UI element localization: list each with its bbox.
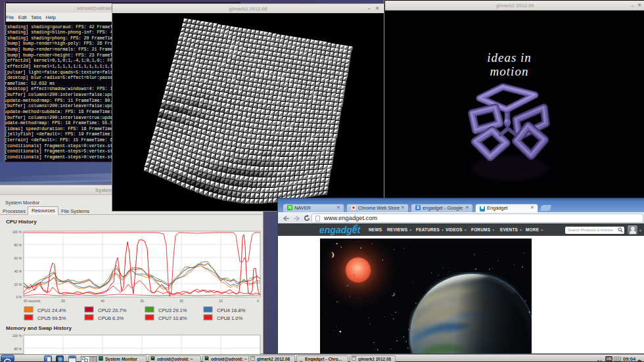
svg-text:CPU8 1.0%: CPU8 1.0% — [217, 315, 243, 321]
svg-text:60 seconds: 60 seconds — [24, 299, 41, 303]
svg-text:30: 30 — [140, 299, 144, 303]
svg-text:0 %: 0 % — [16, 295, 22, 299]
svg-text:40 %: 40 % — [14, 269, 22, 273]
svg-text:CPU6 6.3%: CPU6 6.3% — [98, 315, 124, 321]
svg-text:20 %: 20 % — [14, 283, 22, 286]
svg-text:60 %: 60 % — [14, 256, 22, 260]
svg-text:20: 20 — [179, 299, 183, 303]
svg-text:CPU7 10.8%: CPU7 10.8% — [158, 315, 187, 321]
svg-text:Memory and Swap History: Memory and Swap History — [6, 325, 72, 331]
svg-text:CPU1 24.4%: CPU1 24.4% — [37, 307, 66, 313]
svg-text:10: 10 — [219, 299, 223, 303]
svg-text:CPU2 20.7%: CPU2 20.7% — [98, 307, 127, 313]
svg-text:50: 50 — [61, 299, 65, 303]
svg-text:CPU4 16.8%: CPU4 16.8% — [217, 307, 246, 313]
svg-text:CPU5 99.5%: CPU5 99.5% — [37, 315, 66, 321]
svg-text:100 %: 100 % — [12, 334, 22, 338]
svg-text:0: 0 — [257, 299, 259, 303]
svg-text:CPU3 29.1%: CPU3 29.1% — [158, 307, 187, 313]
svg-text:100 %: 100 % — [12, 230, 22, 234]
svg-text:80 %: 80 % — [14, 243, 22, 247]
svg-text:80 %: 80 % — [14, 347, 22, 351]
svg-text:40: 40 — [101, 299, 104, 303]
